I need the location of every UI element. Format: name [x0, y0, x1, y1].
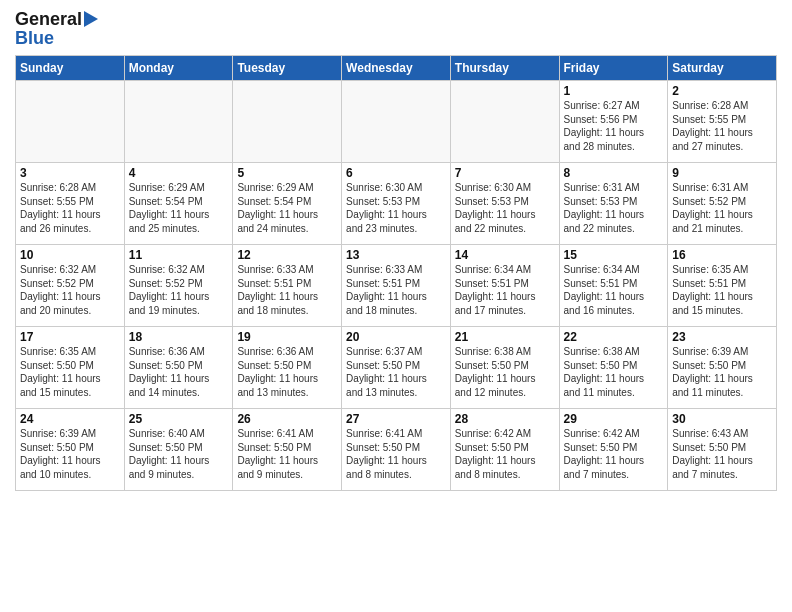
day-number: 29 — [564, 412, 664, 426]
day-cell: 13Sunrise: 6:33 AM Sunset: 5:51 PM Dayli… — [342, 245, 451, 327]
day-info: Sunrise: 6:40 AM Sunset: 5:50 PM Dayligh… — [129, 427, 229, 481]
day-cell — [450, 81, 559, 163]
day-info: Sunrise: 6:41 AM Sunset: 5:50 PM Dayligh… — [346, 427, 446, 481]
day-number: 14 — [455, 248, 555, 262]
day-info: Sunrise: 6:29 AM Sunset: 5:54 PM Dayligh… — [129, 181, 229, 235]
day-cell: 17Sunrise: 6:35 AM Sunset: 5:50 PM Dayli… — [16, 327, 125, 409]
day-info: Sunrise: 6:31 AM Sunset: 5:52 PM Dayligh… — [672, 181, 772, 235]
day-cell: 29Sunrise: 6:42 AM Sunset: 5:50 PM Dayli… — [559, 409, 668, 491]
logo-arrow-icon — [84, 11, 98, 27]
day-info: Sunrise: 6:34 AM Sunset: 5:51 PM Dayligh… — [564, 263, 664, 317]
day-cell: 30Sunrise: 6:43 AM Sunset: 5:50 PM Dayli… — [668, 409, 777, 491]
day-number: 3 — [20, 166, 120, 180]
day-number: 15 — [564, 248, 664, 262]
day-number: 1 — [564, 84, 664, 98]
day-number: 6 — [346, 166, 446, 180]
logo-general: General — [15, 10, 82, 28]
day-info: Sunrise: 6:33 AM Sunset: 5:51 PM Dayligh… — [237, 263, 337, 317]
day-cell: 3Sunrise: 6:28 AM Sunset: 5:55 PM Daylig… — [16, 163, 125, 245]
day-number: 20 — [346, 330, 446, 344]
day-number: 18 — [129, 330, 229, 344]
week-row-4: 17Sunrise: 6:35 AM Sunset: 5:50 PM Dayli… — [16, 327, 777, 409]
day-info: Sunrise: 6:35 AM Sunset: 5:50 PM Dayligh… — [20, 345, 120, 399]
day-number: 16 — [672, 248, 772, 262]
day-cell — [233, 81, 342, 163]
logo: General Blue — [15, 10, 98, 49]
day-info: Sunrise: 6:39 AM Sunset: 5:50 PM Dayligh… — [20, 427, 120, 481]
logo-blue: Blue — [15, 28, 54, 49]
day-cell: 22Sunrise: 6:38 AM Sunset: 5:50 PM Dayli… — [559, 327, 668, 409]
day-info: Sunrise: 6:39 AM Sunset: 5:50 PM Dayligh… — [672, 345, 772, 399]
weekday-header-tuesday: Tuesday — [233, 56, 342, 81]
day-number: 2 — [672, 84, 772, 98]
weekday-header-monday: Monday — [124, 56, 233, 81]
day-number: 11 — [129, 248, 229, 262]
week-row-5: 24Sunrise: 6:39 AM Sunset: 5:50 PM Dayli… — [16, 409, 777, 491]
day-number: 21 — [455, 330, 555, 344]
day-info: Sunrise: 6:27 AM Sunset: 5:56 PM Dayligh… — [564, 99, 664, 153]
day-number: 8 — [564, 166, 664, 180]
week-row-3: 10Sunrise: 6:32 AM Sunset: 5:52 PM Dayli… — [16, 245, 777, 327]
day-cell: 28Sunrise: 6:42 AM Sunset: 5:50 PM Dayli… — [450, 409, 559, 491]
day-number: 26 — [237, 412, 337, 426]
day-info: Sunrise: 6:37 AM Sunset: 5:50 PM Dayligh… — [346, 345, 446, 399]
weekday-header-sunday: Sunday — [16, 56, 125, 81]
day-number: 9 — [672, 166, 772, 180]
day-cell: 11Sunrise: 6:32 AM Sunset: 5:52 PM Dayli… — [124, 245, 233, 327]
weekday-header-thursday: Thursday — [450, 56, 559, 81]
day-info: Sunrise: 6:42 AM Sunset: 5:50 PM Dayligh… — [455, 427, 555, 481]
day-info: Sunrise: 6:32 AM Sunset: 5:52 PM Dayligh… — [129, 263, 229, 317]
week-row-1: 1Sunrise: 6:27 AM Sunset: 5:56 PM Daylig… — [16, 81, 777, 163]
day-cell: 26Sunrise: 6:41 AM Sunset: 5:50 PM Dayli… — [233, 409, 342, 491]
day-number: 23 — [672, 330, 772, 344]
day-number: 12 — [237, 248, 337, 262]
day-cell — [342, 81, 451, 163]
day-cell — [124, 81, 233, 163]
day-number: 19 — [237, 330, 337, 344]
calendar-table: SundayMondayTuesdayWednesdayThursdayFrid… — [15, 55, 777, 491]
day-number: 4 — [129, 166, 229, 180]
day-number: 10 — [20, 248, 120, 262]
day-info: Sunrise: 6:38 AM Sunset: 5:50 PM Dayligh… — [455, 345, 555, 399]
day-cell: 21Sunrise: 6:38 AM Sunset: 5:50 PM Dayli… — [450, 327, 559, 409]
day-number: 30 — [672, 412, 772, 426]
day-number: 5 — [237, 166, 337, 180]
day-cell: 16Sunrise: 6:35 AM Sunset: 5:51 PM Dayli… — [668, 245, 777, 327]
day-info: Sunrise: 6:31 AM Sunset: 5:53 PM Dayligh… — [564, 181, 664, 235]
day-info: Sunrise: 6:42 AM Sunset: 5:50 PM Dayligh… — [564, 427, 664, 481]
day-cell: 12Sunrise: 6:33 AM Sunset: 5:51 PM Dayli… — [233, 245, 342, 327]
day-info: Sunrise: 6:33 AM Sunset: 5:51 PM Dayligh… — [346, 263, 446, 317]
day-info: Sunrise: 6:28 AM Sunset: 5:55 PM Dayligh… — [672, 99, 772, 153]
day-info: Sunrise: 6:43 AM Sunset: 5:50 PM Dayligh… — [672, 427, 772, 481]
day-number: 22 — [564, 330, 664, 344]
day-number: 28 — [455, 412, 555, 426]
day-cell: 25Sunrise: 6:40 AM Sunset: 5:50 PM Dayli… — [124, 409, 233, 491]
day-info: Sunrise: 6:36 AM Sunset: 5:50 PM Dayligh… — [237, 345, 337, 399]
day-cell: 2Sunrise: 6:28 AM Sunset: 5:55 PM Daylig… — [668, 81, 777, 163]
day-info: Sunrise: 6:36 AM Sunset: 5:50 PM Dayligh… — [129, 345, 229, 399]
day-info: Sunrise: 6:38 AM Sunset: 5:50 PM Dayligh… — [564, 345, 664, 399]
day-cell: 4Sunrise: 6:29 AM Sunset: 5:54 PM Daylig… — [124, 163, 233, 245]
day-cell: 7Sunrise: 6:30 AM Sunset: 5:53 PM Daylig… — [450, 163, 559, 245]
day-info: Sunrise: 6:30 AM Sunset: 5:53 PM Dayligh… — [346, 181, 446, 235]
day-number: 25 — [129, 412, 229, 426]
header: General Blue — [15, 10, 777, 49]
day-number: 17 — [20, 330, 120, 344]
day-cell: 8Sunrise: 6:31 AM Sunset: 5:53 PM Daylig… — [559, 163, 668, 245]
weekday-header-wednesday: Wednesday — [342, 56, 451, 81]
day-cell: 18Sunrise: 6:36 AM Sunset: 5:50 PM Dayli… — [124, 327, 233, 409]
day-cell — [16, 81, 125, 163]
day-info: Sunrise: 6:28 AM Sunset: 5:55 PM Dayligh… — [20, 181, 120, 235]
day-cell: 14Sunrise: 6:34 AM Sunset: 5:51 PM Dayli… — [450, 245, 559, 327]
day-cell: 20Sunrise: 6:37 AM Sunset: 5:50 PM Dayli… — [342, 327, 451, 409]
day-cell: 23Sunrise: 6:39 AM Sunset: 5:50 PM Dayli… — [668, 327, 777, 409]
weekday-header-saturday: Saturday — [668, 56, 777, 81]
day-number: 13 — [346, 248, 446, 262]
day-number: 27 — [346, 412, 446, 426]
day-cell: 9Sunrise: 6:31 AM Sunset: 5:52 PM Daylig… — [668, 163, 777, 245]
day-info: Sunrise: 6:30 AM Sunset: 5:53 PM Dayligh… — [455, 181, 555, 235]
day-cell: 6Sunrise: 6:30 AM Sunset: 5:53 PM Daylig… — [342, 163, 451, 245]
day-cell: 27Sunrise: 6:41 AM Sunset: 5:50 PM Dayli… — [342, 409, 451, 491]
day-cell: 1Sunrise: 6:27 AM Sunset: 5:56 PM Daylig… — [559, 81, 668, 163]
day-info: Sunrise: 6:41 AM Sunset: 5:50 PM Dayligh… — [237, 427, 337, 481]
